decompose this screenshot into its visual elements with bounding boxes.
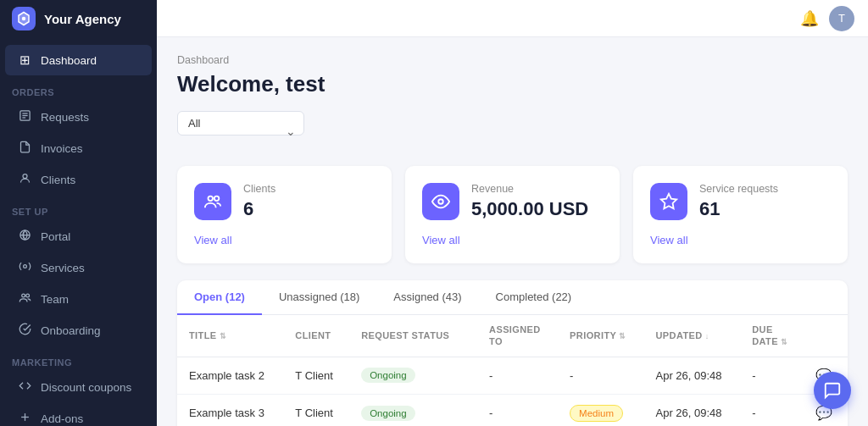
tab-assigned[interactable]: Assigned (43) bbox=[376, 280, 478, 315]
services-label: Services bbox=[41, 262, 85, 274]
sidebar-item-services[interactable]: Services bbox=[5, 252, 152, 283]
task-status: Ongoing bbox=[349, 357, 477, 394]
task-priority: - bbox=[558, 357, 643, 394]
revenue-card-value: 5,000.00 USD bbox=[471, 198, 588, 220]
task-updated: Apr 26, 09:48 bbox=[644, 394, 741, 426]
onboarding-icon bbox=[17, 323, 32, 338]
svg-point-8 bbox=[21, 294, 25, 297]
task-due-date: - bbox=[740, 357, 804, 394]
clients-card: Clients 6 View all bbox=[177, 166, 392, 263]
clients-card-value: 6 bbox=[243, 198, 275, 220]
sidebar-item-discount-coupons[interactable]: Discount coupons bbox=[5, 372, 152, 402]
svg-point-7 bbox=[23, 265, 26, 268]
topbar: 🔔 T bbox=[157, 0, 868, 37]
sidebar-item-clients[interactable]: Clients bbox=[5, 164, 152, 195]
filter-wrapper: All Last 7 days Last 30 days This year bbox=[177, 111, 304, 151]
sidebar-item-invoices[interactable]: Invoices bbox=[5, 133, 152, 163]
col-priority: PRIORITY⇅ bbox=[558, 315, 643, 357]
tab-open[interactable]: Open (12) bbox=[177, 280, 262, 315]
revenue-card-icon bbox=[422, 183, 459, 220]
team-icon bbox=[17, 291, 32, 307]
add-ons-icon bbox=[17, 411, 32, 426]
user-avatar[interactable]: T bbox=[829, 6, 854, 31]
task-updated: Apr 26, 09:48 bbox=[644, 357, 741, 394]
main-content: 🔔 T Dashboard Welcome, test All Last 7 d… bbox=[157, 0, 868, 426]
cards-row: Clients 6 View all Revenue 5,000.00 USD bbox=[177, 166, 848, 263]
tabs-row: Open (12) Unassigned (18) Assigned (43) … bbox=[177, 280, 848, 315]
table-row: Example task 2 T Client Ongoing - - Apr … bbox=[177, 357, 848, 394]
requests-icon bbox=[17, 109, 32, 124]
add-ons-label: Add-ons bbox=[41, 412, 83, 425]
revenue-card: Revenue 5,000.00 USD View all bbox=[405, 166, 620, 263]
clients-view-all[interactable]: View all bbox=[194, 234, 375, 246]
task-due-date: - bbox=[740, 394, 804, 426]
dashboard-label: Dashboard bbox=[41, 54, 97, 67]
sidebar: Your Agency ⊞ Dashboard Orders Requests … bbox=[0, 0, 157, 426]
orders-section-label: Orders bbox=[0, 79, 157, 101]
page-title: Welcome, test bbox=[177, 71, 848, 97]
tab-unassigned[interactable]: Unassigned (18) bbox=[262, 280, 376, 315]
sidebar-nav: ⊞ Dashboard Orders Requests Invoices Cli… bbox=[0, 37, 157, 426]
sidebar-logo[interactable]: Your Agency bbox=[0, 0, 157, 37]
tasks-table: TITLE⇅ CLIENT REQUEST STATUS ASSIGNEDTO … bbox=[177, 315, 848, 426]
svg-point-13 bbox=[214, 196, 220, 202]
sidebar-item-add-ons[interactable]: Add-ons bbox=[5, 403, 152, 426]
svg-point-0 bbox=[22, 17, 26, 21]
col-updated: UPDATED↓ bbox=[644, 315, 741, 357]
task-title: Example task 2 bbox=[177, 357, 283, 394]
tab-completed[interactable]: Completed (22) bbox=[479, 280, 589, 315]
requests-label: Requests bbox=[41, 111, 89, 124]
table-header-row: TITLE⇅ CLIENT REQUEST STATUS ASSIGNEDTO … bbox=[177, 315, 848, 357]
task-client: T Client bbox=[283, 357, 349, 394]
revenue-card-inner: Revenue 5,000.00 USD bbox=[422, 183, 603, 220]
clients-icon bbox=[17, 172, 32, 187]
task-title: Example task 3 bbox=[177, 394, 283, 426]
floating-chat-button[interactable] bbox=[814, 372, 851, 409]
svg-point-9 bbox=[25, 294, 29, 297]
service-requests-view-all[interactable]: View all bbox=[650, 234, 831, 246]
col-actions bbox=[804, 315, 848, 357]
col-due-date: DUEDATE⇅ bbox=[740, 315, 804, 357]
svg-point-12 bbox=[209, 196, 214, 202]
sidebar-item-dashboard[interactable]: ⊞ Dashboard bbox=[5, 45, 152, 75]
task-assigned: - bbox=[477, 394, 558, 426]
col-title: TITLE⇅ bbox=[177, 315, 283, 357]
table-section: Open (12) Unassigned (18) Assigned (43) … bbox=[177, 280, 848, 426]
sidebar-item-team[interactable]: Team bbox=[5, 284, 152, 314]
portal-label: Portal bbox=[41, 230, 70, 243]
revenue-view-all[interactable]: View all bbox=[422, 234, 603, 246]
service-requests-card-text: Service requests 61 bbox=[699, 183, 778, 220]
status-badge: Ongoing bbox=[361, 368, 415, 383]
table-row: Example task 3 T Client Ongoing - Medium… bbox=[177, 394, 848, 426]
service-requests-card-value: 61 bbox=[699, 198, 778, 220]
sidebar-item-onboarding[interactable]: Onboarding bbox=[5, 315, 152, 346]
priority-badge: Medium bbox=[570, 405, 623, 422]
clients-card-label: Clients bbox=[243, 183, 275, 195]
task-client: T Client bbox=[283, 394, 349, 426]
team-label: Team bbox=[41, 293, 69, 306]
portal-icon bbox=[17, 229, 32, 244]
sidebar-item-requests[interactable]: Requests bbox=[5, 102, 152, 132]
service-requests-card-icon bbox=[650, 183, 687, 220]
clients-label: Clients bbox=[41, 174, 75, 186]
task-priority: Medium bbox=[558, 394, 643, 426]
page-content: Dashboard Welcome, test All Last 7 days … bbox=[157, 37, 868, 426]
filter-select[interactable]: All Last 7 days Last 30 days This year bbox=[177, 111, 304, 136]
col-assigned-to: ASSIGNEDTO bbox=[477, 315, 558, 357]
task-status: Ongoing bbox=[349, 394, 477, 426]
sidebar-item-portal[interactable]: Portal bbox=[5, 221, 152, 252]
services-icon bbox=[17, 260, 32, 275]
discount-coupons-label: Discount coupons bbox=[41, 381, 131, 394]
service-requests-card: Service requests 61 View all bbox=[633, 166, 848, 263]
status-badge: Ongoing bbox=[361, 406, 415, 421]
notifications-icon[interactable]: 🔔 bbox=[800, 9, 819, 28]
col-client: CLIENT bbox=[283, 315, 349, 357]
clients-card-inner: Clients 6 bbox=[194, 183, 375, 220]
onboarding-label: Onboarding bbox=[41, 324, 101, 337]
clients-card-icon bbox=[194, 183, 231, 220]
logo-icon bbox=[12, 7, 36, 30]
revenue-card-text: Revenue 5,000.00 USD bbox=[471, 183, 588, 220]
marketing-section-label: Marketing bbox=[0, 349, 157, 371]
service-requests-card-label: Service requests bbox=[699, 183, 778, 195]
svg-point-5 bbox=[23, 174, 27, 179]
